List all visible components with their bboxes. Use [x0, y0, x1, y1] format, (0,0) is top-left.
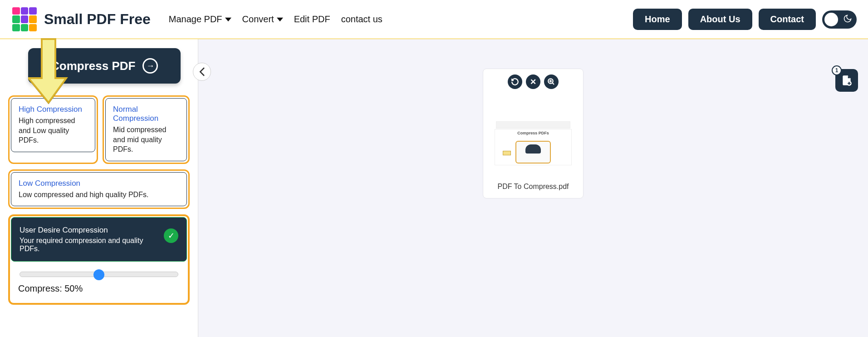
slider-thumb[interactable]	[93, 269, 104, 280]
nav-label: contact us	[341, 14, 383, 25]
nav-label: Convert	[242, 14, 274, 25]
nav-convert[interactable]: Convert	[242, 14, 283, 25]
compress-pdf-button[interactable]: Compress PDF	[28, 48, 181, 84]
workspace: ✕ Compress PDFs PDF To Compress.pdf 1	[198, 39, 868, 337]
remove-file-button[interactable]: ✕	[526, 74, 540, 89]
option-low-compression[interactable]: Low Compression Low compressed and high …	[11, 172, 187, 207]
add-file-icon	[841, 74, 853, 86]
option-user-wrap: User Desire Compression Your required co…	[8, 214, 190, 305]
home-button[interactable]: Home	[633, 9, 682, 30]
option-desc: High compressed and Low quality PDFs.	[19, 116, 88, 145]
chevron-down-icon	[225, 16, 231, 23]
dark-mode-toggle[interactable]	[822, 10, 857, 29]
nav-edit-pdf[interactable]: Edit PDF	[294, 14, 330, 25]
zoom-in-icon	[547, 78, 555, 86]
option-title: User Desire Compression	[20, 226, 164, 235]
main-content: Compress PDF High Compression High compr…	[0, 39, 868, 337]
option-desc: Mid compressed and mid quality PDFs.	[113, 125, 179, 154]
option-high-wrap: High Compression High compressed and Low…	[8, 95, 98, 164]
option-user-desire-compression[interactable]: User Desire Compression Your required co…	[11, 217, 187, 262]
compression-value-label: Compress: 50%	[17, 283, 181, 294]
compression-slider[interactable]	[20, 272, 178, 277]
nav-label: Manage PDF	[169, 14, 222, 25]
nav-contact-us[interactable]: contact us	[341, 14, 383, 25]
brand-logo	[11, 6, 38, 33]
check-icon: ✓	[164, 228, 178, 243]
toggle-knob	[824, 13, 838, 26]
file-count-badge: 1	[832, 65, 842, 75]
nav-label: Edit PDF	[294, 14, 330, 25]
header-actions: Home About Us Contact	[633, 9, 857, 30]
about-button[interactable]: About Us	[688, 9, 752, 30]
option-title: Low Compression	[19, 179, 179, 188]
collapse-sidebar-button[interactable]	[193, 63, 211, 81]
rotate-file-button[interactable]	[508, 74, 522, 89]
file-name: PDF To Compress.pdf	[486, 183, 580, 191]
app-header: Small PDF Free Manage PDF Convert Edit P…	[0, 0, 868, 39]
option-normal-wrap: Normal Compression Mid compressed and mi…	[103, 95, 190, 164]
rotate-icon	[511, 78, 519, 86]
add-file-button[interactable]: 1	[835, 69, 858, 92]
brand-block[interactable]: Small PDF Free	[11, 6, 151, 33]
nav-manage-pdf[interactable]: Manage PDF	[169, 14, 231, 25]
chevron-left-icon	[199, 67, 205, 76]
contact-button[interactable]: Contact	[759, 9, 816, 30]
compression-slider-area: Compress: 50%	[11, 262, 187, 302]
option-high-compression[interactable]: High Compression High compressed and Low…	[11, 98, 95, 152]
option-desc: Low compressed and high quality PDFs.	[19, 190, 179, 200]
primary-action-label: Compress PDF	[51, 59, 135, 73]
option-normal-compression[interactable]: Normal Compression Mid compressed and mi…	[105, 98, 187, 161]
moon-icon	[843, 14, 852, 25]
close-icon: ✕	[530, 77, 536, 87]
option-title: High Compression	[19, 105, 88, 114]
arrow-right-icon	[142, 58, 158, 74]
file-preview-card[interactable]: ✕ Compress PDFs PDF To Compress.pdf	[483, 69, 584, 198]
option-desc: Your required compression and quality PD…	[20, 237, 164, 253]
options-sidebar: Compress PDF High Compression High compr…	[0, 39, 198, 337]
svg-line-3	[552, 83, 554, 84]
primary-nav: Manage PDF Convert Edit PDF contact us	[169, 14, 383, 25]
option-title: Normal Compression	[113, 105, 179, 123]
zoom-file-button[interactable]	[544, 74, 559, 89]
file-controls: ✕	[486, 74, 580, 89]
chevron-down-icon	[277, 16, 283, 23]
brand-title: Small PDF Free	[44, 11, 151, 28]
file-thumbnail: Compress PDFs	[490, 92, 576, 178]
option-low-wrap: Low Compression Low compressed and high …	[8, 169, 190, 209]
